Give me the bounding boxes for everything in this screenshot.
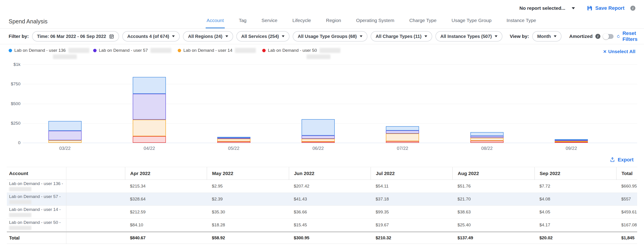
redacted-text [306, 54, 330, 59]
bar-segment[interactable] [217, 141, 250, 143]
table-row: Lab on Demand - user 57 -$328.64$2.39$41… [7, 193, 637, 206]
table-header-row: AccountApr 2022May 2022Jun 2022Jul 2022A… [7, 167, 637, 180]
export-button[interactable]: Export [610, 157, 634, 163]
column-header-label: Account [9, 171, 28, 176]
bar-segment[interactable] [133, 77, 166, 94]
tab-service[interactable]: Service [261, 13, 278, 28]
x-axis: 03/2204/2205/2206/2207/2208/2209/22 [23, 146, 614, 151]
amortized-toggle[interactable] [603, 34, 614, 39]
account-name: Lab on Demand - user 136 - [9, 181, 63, 186]
save-report-button[interactable]: Save Report [587, 5, 624, 11]
tab-account[interactable]: Account [206, 13, 225, 28]
bar-slot [529, 64, 614, 143]
legend-item[interactable]: Lab on Demand - user 57 [93, 48, 178, 53]
report-selector-dropdown[interactable]: No report selected... [520, 5, 575, 11]
bar-segment[interactable] [133, 136, 166, 143]
filter-pill[interactable]: All Charge Types (11) [371, 31, 432, 41]
x-axis-tick-label: 07/22 [360, 146, 445, 151]
bar-segment[interactable] [470, 138, 504, 141]
chevron-down-icon [424, 35, 427, 37]
value-cell: $557 [616, 193, 637, 206]
calendar-icon [109, 34, 114, 39]
info-icon[interactable]: i [630, 6, 635, 11]
account-name: Lab on Demand - user 57 - [9, 194, 61, 199]
column-header: Account [7, 167, 66, 180]
filter-pill[interactable]: All Regions (24) [183, 31, 233, 41]
value-cell: $215.34 [125, 180, 207, 193]
bar-segment[interactable] [302, 136, 335, 139]
bar-segment[interactable] [48, 131, 82, 140]
account-cell: Lab on Demand - user 136 - [7, 180, 66, 193]
bar-slot [276, 64, 360, 143]
filter-pill[interactable]: All Services (254) [236, 31, 290, 41]
filter-pill[interactable]: Accounts 4 (of 674) [122, 31, 180, 41]
time-filter-label: Time: 06 Mar 2022 - 06 Sep 2022 [37, 34, 106, 39]
value-cell: $212.59 [125, 206, 207, 218]
legend-item[interactable]: Lab on Demand - user 136 [9, 48, 93, 59]
bar-segment[interactable] [386, 131, 419, 133]
bar-segment[interactable] [470, 141, 504, 143]
value-cell: $207.42 [289, 180, 371, 193]
bar-segment[interactable] [386, 126, 419, 131]
view-by-dropdown[interactable]: Month [532, 31, 562, 41]
bar-segment[interactable] [217, 139, 250, 141]
gridline [23, 143, 637, 143]
tab-charge-type[interactable]: Charge Type [408, 13, 438, 28]
tab-region[interactable]: Region [325, 13, 342, 28]
x-axis-tick-label: 05/22 [192, 146, 276, 151]
table-row: Lab on Demand - user 50 -$84.10$18.28$15… [7, 219, 637, 232]
amortized-group: Amortized i [569, 34, 614, 39]
legend-item[interactable]: Lab on Demand - user 50 [262, 48, 347, 59]
bar-segment[interactable] [302, 142, 335, 143]
bar-segment[interactable] [302, 139, 335, 142]
bar-segment[interactable] [470, 136, 504, 138]
unselect-all-label: Unselect All [608, 49, 635, 54]
value-cell: $35.30 [207, 206, 288, 218]
bar-segment[interactable] [133, 120, 166, 136]
redacted-text [68, 48, 89, 53]
reset-filters-button[interactable]: Reset Filters [617, 30, 640, 42]
report-selector-label: No report selected... [520, 5, 565, 11]
info-icon[interactable]: i [595, 34, 600, 39]
chevron-down-icon [360, 35, 362, 37]
x-axis-tick-label: 08/22 [445, 146, 529, 151]
chart-legend: Lab on Demand - user 136Lab on Demand - … [0, 44, 644, 61]
tab-operating-system[interactable]: Operating System [355, 13, 395, 28]
legend-item-line: Lab on Demand - user 136 [9, 48, 93, 53]
filter-pill[interactable]: All Usage Type Groups (68) [293, 31, 368, 41]
time-filter-pill[interactable]: Time: 06 Mar 2022 - 06 Sep 2022 [32, 31, 119, 41]
column-header: May 2022 [207, 167, 288, 180]
chevron-down-icon [554, 35, 556, 37]
close-icon: × [603, 49, 606, 54]
x-axis-tick-label: 04/22 [107, 146, 191, 151]
tab-instance-type[interactable]: Instance Type [506, 13, 537, 28]
legend-dot-icon [262, 49, 266, 52]
bars-row [23, 64, 614, 143]
stacked-bar [48, 121, 82, 143]
value-cell: $167.08 [616, 219, 637, 231]
bar-segment[interactable] [470, 132, 504, 136]
tab-usage-type-group[interactable]: Usage Type Group [450, 13, 492, 28]
filter-pill[interactable]: All Instance Types (507) [436, 31, 502, 41]
bar-segment[interactable] [133, 94, 166, 119]
bar-segment[interactable] [386, 141, 419, 143]
unselect-all-button[interactable]: × Unselect All [603, 49, 635, 54]
account-cell: Lab on Demand - user 14 - [7, 206, 66, 218]
stacked-bar [133, 77, 166, 143]
bar-segment[interactable] [48, 140, 82, 143]
x-axis-tick-label: 09/22 [529, 146, 614, 151]
tab-tag[interactable]: Tag [238, 13, 248, 28]
bar-segment[interactable] [386, 133, 419, 141]
value-cell: $328.64 [125, 193, 207, 206]
total-label-cell: Total [7, 232, 66, 244]
redacted-text [9, 213, 31, 217]
bar-segment[interactable] [48, 121, 82, 131]
tab-lifecycle[interactable]: Lifecycle [292, 13, 312, 28]
bar-segment[interactable] [555, 142, 588, 143]
bar-slot [192, 64, 276, 143]
redacted-text [9, 226, 31, 230]
value-cell: $84.10 [125, 219, 207, 231]
legend-item[interactable]: Lab on Demand - user 14 [178, 48, 262, 53]
bar-segment[interactable] [302, 119, 335, 136]
chevron-down-icon [282, 35, 284, 37]
